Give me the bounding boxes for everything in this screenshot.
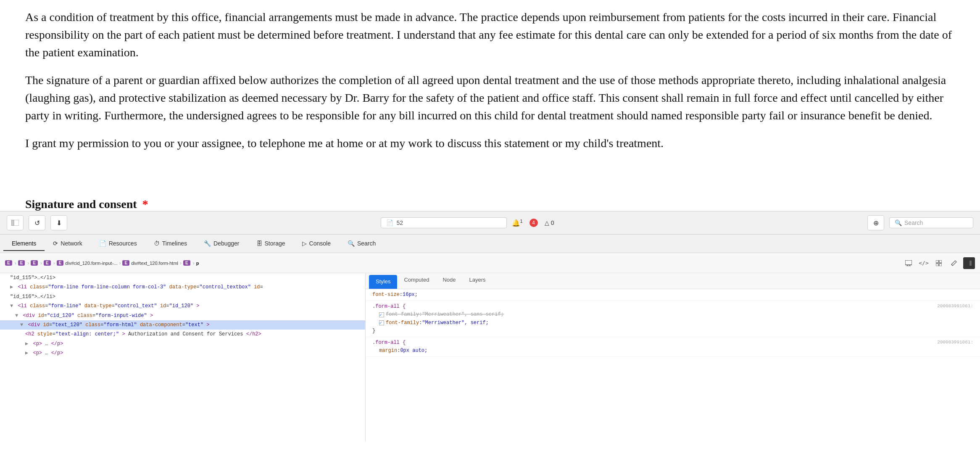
devtools-body: "id_115">…</li> ▶ <li class="form-line f… — [0, 273, 980, 441]
html-line-2[interactable]: ▶ <li class="form-line form-line-column … — [0, 282, 365, 292]
html-line-7[interactable]: <h2 style="text-align: center;" > Author… — [0, 330, 365, 339]
e-badge-1: E — [5, 260, 12, 266]
style-rule-form-all-1: .form-all { 200083991061: font-family : … — [366, 301, 980, 337]
devtools-topbar: ↺ ⬇ 📄 52 🔔1 4 △0 ⊕ 🔍 Search — [0, 211, 980, 235]
console-icon: ▷ — [302, 240, 307, 247]
html-line-8[interactable]: ▶ <p> … </p> — [0, 339, 365, 348]
warning-count: 0 — [551, 219, 554, 226]
code-tool-button[interactable]: </> — [918, 257, 930, 269]
expand-icon-8[interactable]: ▶ — [25, 341, 28, 347]
topbar-search[interactable]: 🔍 Search — [889, 217, 973, 228]
breadcrumb-item-p[interactable]: p — [196, 261, 199, 266]
style-selector-form-all-2: .form-all { — [372, 340, 406, 346]
error-badge: 4 — [530, 219, 538, 227]
svg-rect-8 — [936, 264, 938, 266]
tab-debugger[interactable]: 🔧 Debugger — [195, 237, 248, 251]
tab-network[interactable]: ⟳ Network — [45, 237, 90, 251]
style-prop-font-family-1: font-family — [386, 311, 419, 319]
svg-rect-11 — [969, 261, 972, 266]
expand-icon-6[interactable]: ▼ — [20, 322, 23, 328]
right-tabs-bar: Styles Computed Node Layers — [366, 273, 980, 289]
expand-icon-4[interactable]: ▼ — [10, 303, 13, 309]
required-marker: * — [142, 198, 148, 211]
expand-icon-9[interactable]: ▶ — [25, 350, 28, 356]
topbar-icons: 🔔1 4 △0 — [512, 219, 554, 227]
search-icon: 🔍 — [895, 219, 902, 226]
checkbox-font-family-1[interactable] — [379, 312, 384, 317]
breadcrumb-text-6: div#text_120.form-html — [131, 261, 178, 266]
style-prop-font-family-2: font-family — [386, 319, 419, 327]
right-tab-computed[interactable]: Computed — [397, 273, 436, 289]
breadcrumb-item-4[interactable]: E — [44, 260, 52, 266]
style-val-font-family-2: "Merriweather", serif; — [422, 319, 488, 327]
breadcrumb-bar: E › E › E › E › E div#cid_120.form-input… — [0, 253, 980, 273]
breadcrumb-item-1[interactable]: E — [5, 260, 13, 266]
style-prop-font-size: font-size — [372, 291, 400, 299]
tab-timelines[interactable]: ⏱ Timelines — [145, 237, 195, 251]
expand-icon-2[interactable]: ▶ — [10, 284, 13, 290]
url-bar: 📄 52 — [381, 217, 507, 228]
e-badge-4: E — [44, 260, 51, 266]
right-tab-layers[interactable]: Layers — [462, 273, 492, 289]
right-panel: Styles Computed Node Layers font-size : … — [366, 273, 980, 441]
breadcrumb-item-2[interactable]: E — [18, 260, 26, 266]
screen-tool-button[interactable] — [903, 257, 914, 269]
svg-rect-6 — [936, 260, 938, 263]
breadcrumb-item-5[interactable]: E div#cid_120.form-input-... — [57, 260, 118, 266]
html-line-5[interactable]: ▼ <div id="cid_120" class="form-input-wi… — [0, 311, 365, 320]
style-val-font-size: 16px — [403, 291, 415, 299]
timelines-icon: ⏱ — [154, 240, 160, 247]
tab-resources[interactable]: 📄 Resources — [91, 237, 145, 251]
style-rule-form-all-2: .form-all { 200083991061: margin : 0px a… — [366, 337, 980, 357]
debugger-icon: 🔧 — [204, 240, 211, 247]
toggle-sidebar-button[interactable] — [7, 215, 24, 230]
styles-panel: font-size : 16px ; .form-all { 200083991… — [366, 289, 980, 441]
right-tab-node[interactable]: Node — [436, 273, 462, 289]
style-val-font-family-1: "Merriweather", sans-serif; — [422, 311, 503, 319]
style-selector-form-all-1: .form-all { — [372, 304, 406, 309]
checkbox-font-family-2[interactable] — [379, 320, 384, 325]
minus-icon: 🔔1 — [512, 219, 523, 227]
html-line-4[interactable]: ▼ <li class="form-line" data-type="contr… — [0, 301, 365, 311]
svg-rect-0 — [11, 220, 14, 226]
html-line-9[interactable]: ▶ <p> … </p> — [0, 348, 365, 358]
download-button[interactable]: ⬇ — [50, 215, 67, 230]
html-line-3[interactable]: "id_116">…</li> — [0, 292, 365, 301]
edit-tool-button[interactable] — [948, 257, 960, 269]
tab-console[interactable]: ▷ Console — [294, 237, 339, 251]
svg-rect-7 — [939, 260, 942, 263]
svg-rect-9 — [939, 264, 942, 266]
grid-tool-button[interactable] — [933, 257, 945, 269]
tab-search[interactable]: 🔍 Search — [339, 237, 384, 251]
svg-rect-2 — [905, 260, 912, 265]
error-indicator: 4 — [530, 219, 538, 227]
breadcrumb-item-3[interactable]: E — [31, 260, 39, 266]
paragraph-3: I grant my permission to you or your ass… — [25, 135, 955, 152]
paragraph-2: The signature of a parent or guardian af… — [25, 71, 955, 124]
tab-storage[interactable]: 🗄 Storage — [248, 237, 294, 251]
elements-panel: "id_115">…</li> ▶ <li class="form-line f… — [0, 273, 366, 441]
document-content: As a condition of treatment by this offi… — [0, 0, 980, 193]
devtools-tab-bar: Elements ⟳ Network 📄 Resources ⏱ Timelin… — [0, 235, 980, 253]
search-tab-icon: 🔍 — [348, 240, 355, 247]
reload-button[interactable]: ↺ — [29, 215, 45, 230]
html-line-6[interactable]: ▼ <div id="text_120" class="form-html" d… — [0, 320, 365, 330]
warning-indicator: △0 — [545, 219, 554, 226]
style-prop-margin: margin — [379, 347, 397, 355]
crosshair-button[interactable]: ⊕ — [867, 215, 884, 230]
resources-icon: 📄 — [99, 240, 106, 247]
breadcrumb-tools: </> — [903, 257, 975, 269]
expand-icon-5[interactable]: ▼ — [15, 313, 18, 319]
breadcrumb-item-6[interactable]: E div#text_120.form-html — [122, 260, 178, 266]
e-badge-7: E — [183, 260, 190, 266]
breadcrumb-item-7[interactable]: E — [183, 260, 191, 266]
html-line-1[interactable]: "id_115">…</li> — [0, 273, 365, 282]
style-val-margin: 0px auto; — [400, 347, 427, 355]
tab-elements[interactable]: Elements — [3, 237, 45, 251]
panel-tool-button[interactable] — [963, 257, 975, 269]
page-count: 52 — [397, 219, 403, 226]
right-tab-styles[interactable]: Styles — [369, 275, 397, 289]
network-icon: ⟳ — [53, 240, 58, 247]
style-source-2: 200083991061: — [937, 339, 973, 346]
paragraph-1: As a condition of treatment by this offi… — [25, 8, 955, 61]
